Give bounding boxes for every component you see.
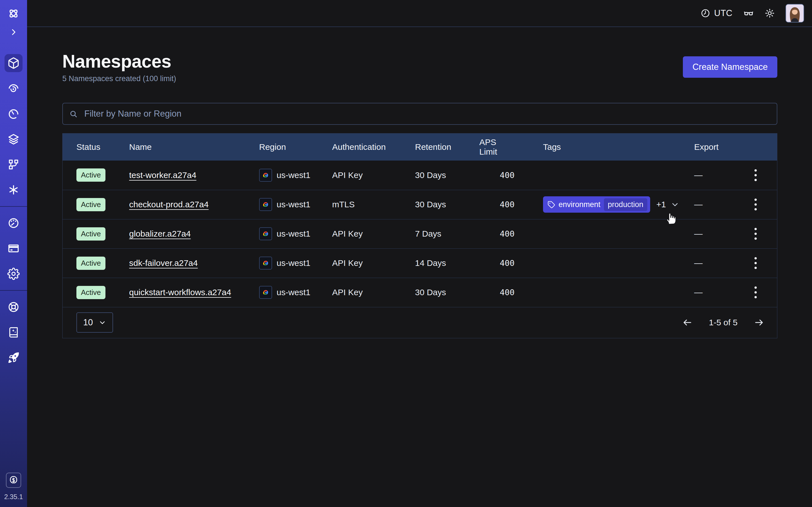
region-label: us-west1	[276, 170, 310, 180]
gcp-cloud-icon	[259, 257, 272, 270]
nexus-branch-icon	[7, 158, 20, 171]
col-header-tags: Tags	[515, 142, 694, 152]
row-menu-kebab[interactable]	[751, 195, 760, 214]
table-row: Active sdk-failover.a27a4 us-west1 API K…	[63, 248, 777, 278]
aps-limit-value: 400	[479, 258, 515, 268]
tags-expand-chevron-icon[interactable]	[670, 200, 679, 209]
namespace-link[interactable]: globalizer.a27a4	[129, 229, 191, 238]
gcp-cloud-icon	[259, 227, 272, 240]
support-lifering-icon	[7, 301, 20, 313]
sidebar-item-getting-started[interactable]	[4, 349, 22, 367]
namespace-link[interactable]: sdk-failover.a27a4	[129, 258, 198, 268]
namespaces-cube-icon	[7, 57, 20, 69]
namespaces-table: Status Name Region Authentication Retent…	[62, 133, 777, 338]
timezone-button[interactable]: UTC	[701, 8, 732, 18]
sidebar-item-namespaces[interactable]	[4, 54, 22, 72]
gcp-cloud-icon	[259, 286, 272, 299]
asterisk-icon	[7, 184, 20, 196]
chevron-down-icon	[98, 319, 106, 327]
col-header-auth: Authentication	[332, 142, 415, 152]
sidebar-item-support[interactable]	[4, 298, 22, 316]
page-subtitle: 5 Namespaces created (100 limit)	[62, 74, 176, 83]
pricing-dollar-icon	[9, 475, 18, 485]
namespace-link[interactable]: quickstart-workflows.a27a4	[129, 288, 231, 297]
usage-gauge-icon	[7, 217, 20, 229]
filter-input[interactable]	[62, 103, 777, 125]
row-menu-kebab[interactable]	[751, 283, 760, 302]
page-size-value: 10	[83, 318, 93, 328]
row-menu-kebab[interactable]	[751, 224, 760, 243]
gcp-cloud-icon	[259, 198, 272, 211]
sidebar-item-deployments[interactable]	[4, 130, 22, 148]
theme-sun-button[interactable]	[765, 8, 775, 18]
timezone-label: UTC	[714, 8, 732, 18]
table-header-row: Status Name Region Authentication Retent…	[63, 133, 777, 161]
sidebar-item-integrations[interactable]	[4, 181, 22, 199]
col-header-export: Export	[694, 142, 733, 152]
docs-book-icon	[7, 326, 20, 339]
namespace-link[interactable]: checkout-prod.a27a4	[129, 200, 209, 209]
retention-value: 30 Days	[415, 170, 479, 180]
sidebar-divider	[0, 206, 27, 207]
next-page-arrow[interactable]	[754, 318, 764, 328]
prev-page-arrow[interactable]	[682, 318, 693, 328]
auth-value: API Key	[332, 170, 415, 180]
namespace-link[interactable]: test-worker.a27a4	[129, 170, 196, 180]
table-row: Active globalizer.a27a4 us-west1 API Key…	[63, 219, 777, 248]
getting-started-rocket-icon	[7, 351, 20, 364]
auth-value: API Key	[332, 229, 415, 238]
layers-icon	[7, 133, 20, 145]
tags-more-count[interactable]: +1	[656, 200, 666, 209]
settings-gear-icon	[7, 268, 20, 280]
sidebar-nav	[0, 54, 27, 367]
app-version: 2.35.1	[4, 493, 23, 501]
user-avatar[interactable]	[785, 4, 804, 22]
page-title: Namespaces	[62, 51, 176, 72]
export-value: —	[694, 170, 733, 180]
sidebar-item-docs[interactable]	[4, 323, 22, 341]
sidebar-item-observability[interactable]	[4, 79, 22, 98]
pagination-bar: 10 1-5 of 5	[63, 307, 777, 338]
status-badge: Active	[77, 257, 105, 270]
temporal-logo[interactable]	[7, 7, 20, 20]
pricing-button[interactable]	[6, 473, 21, 488]
aps-limit-value: 400	[479, 200, 515, 209]
billing-card-icon	[7, 242, 20, 255]
create-namespace-button[interactable]: Create Namespace	[683, 56, 777, 78]
retention-value: 30 Days	[415, 288, 479, 297]
sidebar-item-nexus[interactable]	[4, 156, 22, 173]
tag-icon	[548, 201, 555, 209]
sidebar-expand-chevron-icon[interactable]	[7, 26, 20, 38]
col-header-aps: APS Limit	[479, 137, 515, 157]
region-label: us-west1	[276, 229, 310, 238]
table-row: Active checkout-prod.a27a4 us-west1 mTLS…	[63, 190, 777, 219]
pagination-range: 1-5 of 5	[709, 318, 738, 327]
region-label: us-west1	[276, 258, 310, 268]
sidebar-item-usage[interactable]	[4, 214, 22, 232]
sidebar-item-usage-timer[interactable]	[4, 105, 22, 123]
aps-limit-value: 400	[479, 170, 515, 180]
topbar: UTC	[27, 0, 812, 27]
aps-limit-value: 400	[479, 229, 515, 238]
status-badge: Active	[77, 286, 105, 299]
export-value: —	[694, 258, 733, 268]
sidebar-item-billing[interactable]	[4, 239, 22, 258]
tag-value: production	[604, 198, 647, 211]
main-content: Namespaces 5 Namespaces created (100 lim…	[27, 27, 812, 507]
row-menu-kebab[interactable]	[751, 166, 760, 184]
tags-group: environment production +1	[543, 196, 679, 213]
auth-value: API Key	[332, 258, 415, 268]
tag-key: environment	[559, 200, 601, 209]
tag-pill[interactable]: environment production	[543, 196, 650, 213]
gcp-cloud-icon	[259, 169, 272, 182]
page-size-select[interactable]: 10	[77, 313, 113, 333]
auth-value: mTLS	[332, 200, 415, 209]
sidebar-item-settings[interactable]	[4, 265, 22, 283]
table-body: Active test-worker.a27a4 us-west1 API Ke…	[63, 161, 777, 307]
auth-value: API Key	[332, 288, 415, 297]
col-header-retention: Retention	[415, 142, 479, 152]
labs-glasses-button[interactable]	[743, 8, 754, 18]
retention-value: 14 Days	[415, 258, 479, 268]
retention-value: 7 Days	[415, 229, 479, 238]
row-menu-kebab[interactable]	[751, 254, 760, 272]
